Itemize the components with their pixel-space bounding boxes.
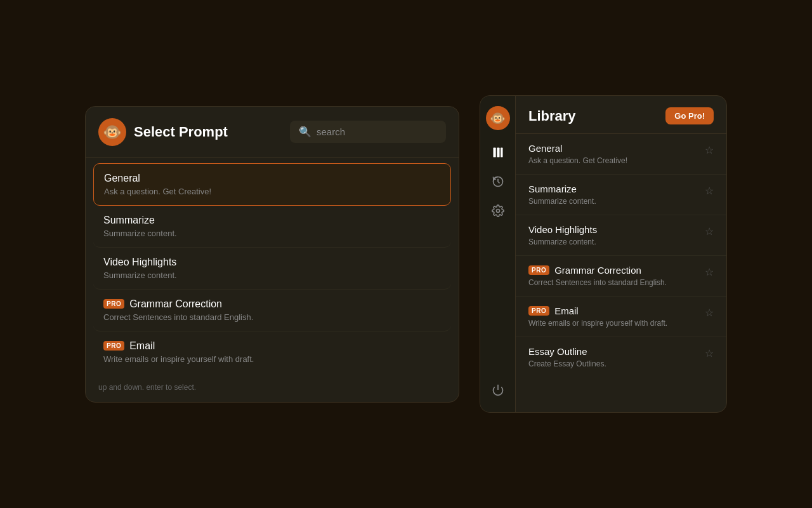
library-list: GeneralAsk a question. Get Creative!☆Sum… [516, 134, 726, 412]
star-icon[interactable]: ☆ [705, 185, 714, 197]
library-item-video-highlights[interactable]: Video HighlightsSummarize content.☆ [516, 215, 726, 256]
library-item-desc: Correct Sentences into standard English. [528, 278, 705, 287]
panel-title: Select Prompt [134, 124, 282, 140]
library-content: Library Go Pro! GeneralAsk a question. G… [516, 96, 726, 412]
search-wrapper: 🔍 [290, 121, 446, 143]
prompt-item-summarize[interactable]: SummarizeSummarize content. [93, 206, 451, 248]
library-item-desc: Summarize content. [528, 237, 705, 246]
pro-badge: PRO [103, 341, 124, 351]
library-title: Library [528, 108, 576, 124]
library-item-content: Video HighlightsSummarize content. [528, 224, 705, 246]
library-panel: 🐵 [480, 95, 727, 413]
avatar: 🐵 [98, 118, 126, 146]
library-item-title: PROGrammar Correction [528, 265, 705, 276]
search-icon: 🔍 [299, 126, 311, 138]
library-item-desc: Write emails or inspire yourself with dr… [528, 319, 705, 328]
prompt-item-desc: Correct Sentences into standard English. [103, 312, 441, 322]
prompt-item-desc: Write emails or inspire yourself with dr… [103, 354, 441, 364]
library-item-desc: Ask a question. Get Creative! [528, 156, 705, 165]
library-item-email[interactable]: PROEmailWrite emails or inspire yourself… [516, 297, 726, 337]
prompt-item-title: Video Highlights [103, 257, 441, 268]
library-item-title: Essay Outline [528, 346, 705, 357]
search-input[interactable] [317, 126, 437, 137]
prompt-list: GeneralAsk a question. Get Creative!Summ… [86, 158, 459, 378]
star-icon[interactable]: ☆ [705, 307, 714, 319]
svg-rect-0 [493, 148, 495, 157]
nav-settings[interactable] [486, 199, 510, 223]
prompt-item-title: Summarize [103, 215, 441, 226]
library-item-content: GeneralAsk a question. Get Creative! [528, 143, 705, 165]
library-item-desc: Summarize content. [528, 197, 705, 206]
svg-point-4 [496, 210, 499, 213]
prompt-item-title: PROGrammar Correction [103, 298, 441, 310]
prompt-item-email[interactable]: PROEmailWrite emails or inspire yourself… [93, 331, 451, 373]
left-header: 🐵 Select Prompt 🔍 [86, 107, 459, 158]
svg-rect-2 [501, 148, 502, 157]
library-item-general[interactable]: GeneralAsk a question. Get Creative!☆ [516, 134, 726, 175]
library-item-content: PROGrammar CorrectionCorrect Sentences i… [528, 265, 705, 287]
prompt-item-video-highlights[interactable]: Video HighlightsSummarize content. [93, 248, 451, 290]
go-pro-button[interactable]: Go Pro! [665, 107, 714, 124]
library-item-title: Summarize [528, 184, 705, 194]
library-item-grammar-correction[interactable]: PROGrammar CorrectionCorrect Sentences i… [516, 256, 726, 297]
library-item-desc: Create Essay Outlines. [528, 359, 705, 368]
nav-history[interactable] [486, 170, 510, 194]
pro-badge: PRO [528, 265, 549, 275]
prompt-item-title: PROEmail [103, 340, 441, 352]
select-prompt-panel: 🐵 Select Prompt 🔍 GeneralAsk a question.… [85, 106, 459, 403]
nav-power[interactable] [486, 378, 510, 402]
library-item-content: SummarizeSummarize content. [528, 184, 705, 206]
prompt-item-desc: Ask a question. Get Creative! [104, 187, 440, 196]
star-icon[interactable]: ☆ [705, 225, 714, 237]
keyboard-hint: up and down. enter to select. [86, 378, 459, 397]
prompt-item-desc: Summarize content. [103, 229, 441, 238]
sidebar-nav: 🐵 [480, 96, 516, 412]
star-icon[interactable]: ☆ [705, 266, 714, 278]
svg-rect-1 [497, 148, 499, 157]
star-icon[interactable]: ☆ [705, 347, 714, 359]
library-item-title: Video Highlights [528, 224, 705, 235]
library-item-essay-outline[interactable]: Essay OutlineCreate Essay Outlines.☆ [516, 337, 726, 377]
pro-badge: PRO [528, 306, 549, 316]
library-item-content: Essay OutlineCreate Essay Outlines. [528, 346, 705, 368]
library-item-title: PROEmail [528, 305, 705, 316]
prompt-item-grammar-correction[interactable]: PROGrammar CorrectionCorrect Sentences i… [93, 290, 451, 331]
pro-badge: PRO [103, 299, 124, 309]
prompt-item-title: General [104, 173, 440, 184]
star-icon[interactable]: ☆ [705, 144, 714, 156]
library-item-title: General [528, 143, 705, 154]
sidebar-avatar: 🐵 [486, 106, 510, 130]
prompt-item-desc: Summarize content. [103, 271, 441, 280]
library-item-content: PROEmailWrite emails or inspire yourself… [528, 305, 705, 328]
nav-library[interactable] [486, 140, 510, 164]
library-item-summarize[interactable]: SummarizeSummarize content.☆ [516, 175, 726, 215]
prompt-item-general[interactable]: GeneralAsk a question. Get Creative! [93, 163, 451, 206]
library-header: Library Go Pro! [516, 96, 726, 134]
